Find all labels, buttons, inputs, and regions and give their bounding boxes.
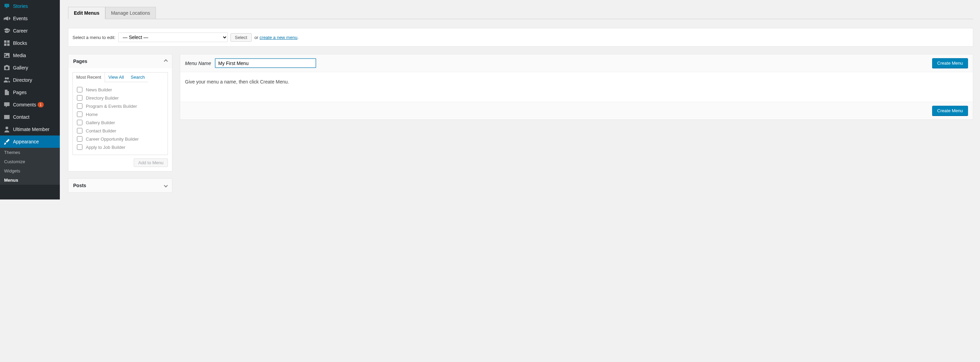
pages-toggle[interactable]: Pages — [68, 54, 172, 68]
sidebar-item-stories[interactable]: Stories — [0, 0, 60, 12]
posts-title: Posts — [73, 183, 86, 188]
chat-icon — [3, 3, 10, 10]
tab-search[interactable]: Search — [127, 73, 148, 82]
menu-instructions: Give your menu a name, then click Create… — [180, 72, 973, 102]
pages-postbox: Pages Most Recent View All Search News B… — [68, 54, 172, 171]
checkbox[interactable] — [77, 144, 83, 150]
checkbox[interactable] — [77, 112, 83, 117]
chevron-up-icon — [164, 59, 167, 63]
sidebar-item-media[interactable]: Media — [0, 49, 60, 62]
sidebar-item-contact[interactable]: Contact — [0, 111, 60, 123]
sidebar-item-pages[interactable]: Pages — [0, 86, 60, 99]
main-content: Edit Menus Manage Locations Select a men… — [60, 0, 980, 199]
menu-name-input[interactable] — [215, 59, 316, 68]
or-text: or create a new menu. — [255, 35, 299, 40]
checkbox[interactable] — [77, 136, 83, 142]
menu-edit-panel: Menu Name Create Menu Give your menu a n… — [180, 54, 973, 120]
comment-icon — [3, 101, 10, 108]
menu-selector-row: Select a menu to edit: — Select — Select… — [68, 28, 973, 46]
sidebar-submenu: Themes Customize Widgets Menus — [0, 148, 60, 185]
list-item[interactable]: Apply to Job Builder — [77, 143, 164, 151]
brush-icon — [3, 138, 10, 145]
sidebar-label: Contact — [13, 114, 29, 120]
sidebar-label: Appearance — [13, 139, 39, 144]
sidebar-label: Career — [13, 28, 28, 33]
sidebar-label: Ultimate Member — [13, 127, 49, 132]
list-item[interactable]: Program & Events Builder — [77, 102, 164, 110]
sidebar-item-comments[interactable]: Comments 1 — [0, 99, 60, 111]
sidebar-label: Events — [13, 16, 28, 21]
sidebar-label: Comments — [13, 102, 36, 107]
posts-postbox: Posts — [68, 178, 172, 193]
checkbox[interactable] — [77, 87, 83, 92]
posts-toggle[interactable]: Posts — [68, 179, 172, 192]
sidebar-sub-customize[interactable]: Customize — [0, 157, 60, 166]
sidebar-sub-themes[interactable]: Themes — [0, 148, 60, 157]
create-new-menu-link[interactable]: create a new menu — [259, 35, 298, 40]
pages-checklist: News Builder Directory Builder Program &… — [73, 82, 168, 155]
checkbox[interactable] — [77, 103, 83, 109]
list-item[interactable]: Contact Builder — [77, 127, 164, 135]
accordion-column: Pages Most Recent View All Search News B… — [68, 54, 172, 199]
create-menu-button-bottom[interactable]: Create Menu — [932, 106, 968, 116]
page-icon — [3, 89, 10, 96]
tab-most-recent[interactable]: Most Recent — [73, 72, 105, 83]
menu-header: Menu Name Create Menu — [180, 54, 973, 72]
select-button[interactable]: Select — [231, 33, 252, 42]
menu-name-label: Menu Name — [185, 61, 211, 66]
list-item[interactable]: Gallery Builder — [77, 118, 164, 127]
mail-icon — [3, 113, 10, 120]
list-item[interactable]: Directory Builder — [77, 94, 164, 102]
sidebar-label: Gallery — [13, 65, 28, 70]
tab-edit-menus[interactable]: Edit Menus — [68, 7, 105, 19]
checkbox[interactable] — [77, 95, 83, 100]
media-icon — [3, 52, 10, 59]
sidebar-item-events[interactable]: Events — [0, 12, 60, 25]
list-item[interactable]: Home — [77, 110, 164, 118]
megaphone-icon — [3, 15, 10, 22]
comments-badge: 1 — [38, 102, 44, 107]
sidebar-item-blocks[interactable]: Blocks — [0, 37, 60, 49]
checkbox[interactable] — [77, 128, 83, 134]
list-item[interactable]: News Builder — [77, 86, 164, 94]
sidebar-label: Stories — [13, 3, 28, 9]
pages-title: Pages — [73, 59, 87, 64]
sidebar-sub-widgets[interactable]: Widgets — [0, 166, 60, 175]
create-menu-button-top[interactable]: Create Menu — [932, 58, 968, 68]
user-icon — [3, 126, 10, 133]
tab-manage-locations[interactable]: Manage Locations — [105, 7, 156, 19]
sidebar-item-directory[interactable]: Directory — [0, 74, 60, 86]
sidebar-item-appearance[interactable]: Appearance — [0, 136, 60, 148]
sidebar-label: Directory — [13, 77, 32, 83]
sidebar-label: Pages — [13, 90, 27, 95]
selector-label: Select a menu to edit: — [73, 35, 116, 40]
sidebar-label: Media — [13, 53, 26, 58]
camera-icon — [3, 64, 10, 71]
menu-select-dropdown[interactable]: — Select — — [118, 32, 228, 42]
users-icon — [3, 77, 10, 83]
chevron-down-icon — [164, 183, 167, 187]
tab-view-all[interactable]: View All — [105, 73, 127, 82]
admin-sidebar: Stories Events Career Blocks Media Galle… — [0, 0, 60, 199]
pages-inner-tabs: Most Recent View All Search — [73, 72, 168, 82]
sidebar-item-ultimate-member[interactable]: Ultimate Member — [0, 123, 60, 136]
sidebar-item-career[interactable]: Career — [0, 25, 60, 37]
list-item[interactable]: Career Opportunity Builder — [77, 135, 164, 143]
checkbox[interactable] — [77, 120, 83, 125]
add-to-menu-button[interactable]: Add to Menu — [134, 158, 168, 167]
graduation-icon — [3, 27, 10, 34]
grid-icon — [3, 40, 10, 46]
sidebar-sub-menus[interactable]: Menus — [0, 175, 60, 185]
sidebar-item-gallery[interactable]: Gallery — [0, 62, 60, 74]
sidebar-label: Blocks — [13, 40, 27, 46]
nav-tabs: Edit Menus Manage Locations — [68, 7, 973, 19]
menu-footer: Create Menu — [180, 102, 973, 120]
